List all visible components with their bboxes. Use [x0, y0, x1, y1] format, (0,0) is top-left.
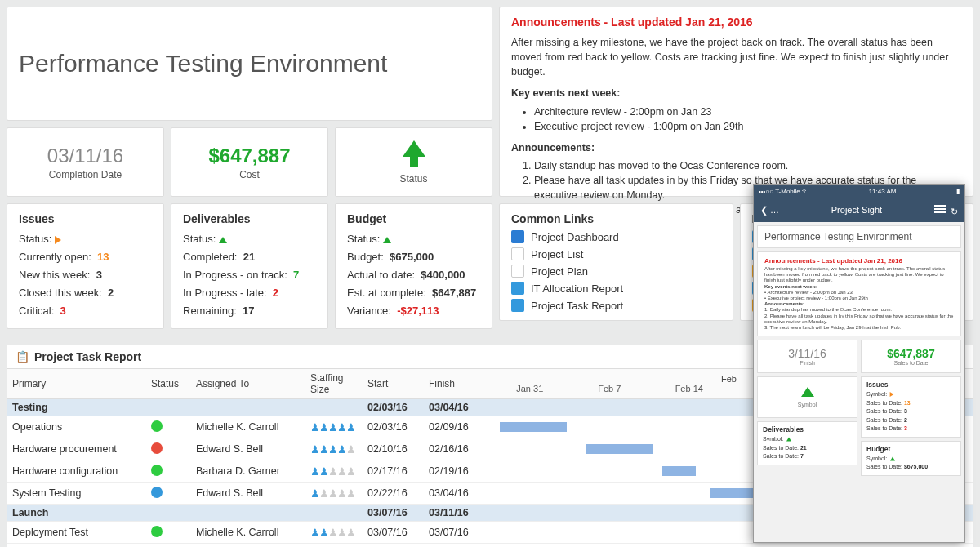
announcements-paragraph: After missing a key milestone, we have t…	[511, 37, 948, 78]
event-item: Architecture review - 2:00pm on Jan 23	[534, 105, 961, 119]
stat-row: In Progress - late: 2	[183, 284, 316, 302]
phone-stat-line: Sales to Date: $675,000	[866, 463, 956, 472]
budget-heading: Budget	[347, 212, 480, 225]
phone-stat-line: Sales to Date: 21	[763, 444, 852, 453]
link-item[interactable]: IT Allocation Report	[511, 282, 721, 295]
phone-kpi-date[interactable]: 3/11/16 Finish	[757, 340, 858, 373]
stat-row: Remaining: 17	[183, 302, 316, 320]
link-item[interactable]: Project Task Report	[511, 299, 721, 312]
timeline-date: Feb 14	[649, 384, 729, 394]
deliverables-card: Deliverables Status: Completed: 21In Pro…	[171, 203, 328, 329]
phone-kpi-status[interactable]: Symbol	[757, 376, 858, 418]
phone-body[interactable]: Performance Testing Environment Announce…	[754, 222, 964, 542]
col-finish[interactable]: Finish	[424, 369, 485, 399]
issues-heading: Issues	[19, 212, 152, 225]
arrow-up-icon	[403, 140, 425, 157]
phone-ann-header: Announcements - Last updated Jan 21, 201…	[764, 257, 954, 265]
arrow-up-icon	[219, 237, 227, 243]
deliverables-heading: Deliverables	[183, 212, 316, 225]
budget-card: Budget Status: Budget: $675,000Actual to…	[335, 203, 492, 329]
task-row[interactable]: Perf and Scalability Test03/08/1603/09/1…	[7, 544, 973, 548]
kpi-status[interactable]: Status	[335, 127, 492, 197]
phone-statusbar: •••○○ T-Mobile ᯤ 11:43 AM ▮	[754, 185, 964, 198]
phone-nav-title: Project Sight	[831, 205, 882, 215]
phone-navbar: ❮ … Project Sight ↻	[754, 198, 964, 222]
link-label: Project List	[531, 248, 583, 260]
status-dot-icon	[151, 442, 163, 454]
arrow-up-icon	[801, 387, 814, 397]
phone-title: Performance Testing Environment	[764, 231, 954, 242]
col-start[interactable]: Start	[363, 369, 424, 399]
link-item[interactable]: Project Dashboard	[511, 230, 721, 243]
phone-time: 11:43 AM	[869, 188, 897, 195]
status-dot-icon	[151, 420, 163, 432]
kpi-row: 03/11/16 Completion Date $647,887 Cost S…	[7, 127, 492, 197]
col-primary[interactable]: Primary	[7, 369, 146, 399]
events-heading: Key events next week:	[511, 86, 961, 100]
ann-heading: Announcements:	[511, 140, 961, 155]
link-label: Project Plan	[531, 265, 588, 278]
announcement-item: Daily standup has moved to the Ocas Conf…	[534, 158, 961, 173]
title-card: Performance Testing Environment	[7, 7, 492, 121]
phone-bottom-grid: Symbol Deliverables Symbol: Sales to Dat…	[757, 376, 961, 479]
col-status[interactable]: Status	[146, 369, 191, 399]
status-dot-icon	[151, 465, 163, 476]
phone-deliverables: Deliverables Symbol: Sales to Date: 21Sa…	[757, 421, 858, 465]
file-icon	[511, 265, 524, 278]
phone-kpi-row: 3/11/16 Finish $647,887 Sales to Date	[757, 340, 961, 373]
issues-status: Status:	[19, 230, 152, 248]
stat-row: Critical: 3	[19, 302, 152, 320]
phone-budget: Budget Symbol: Sales to Date: $675,000	[861, 441, 961, 476]
refresh-icon[interactable]: ↻	[951, 207, 958, 216]
phone-stat-line: Symbol:	[763, 435, 852, 444]
kpi-cost-value: $647,887	[208, 145, 290, 167]
menu-icon[interactable]	[934, 203, 946, 215]
file-icon	[511, 299, 524, 312]
common-links-list: Project DashboardProject ListProject Pla…	[511, 230, 721, 312]
link-item[interactable]: Project Plan	[511, 265, 721, 278]
status-dot-icon	[151, 487, 163, 498]
stat-row: Currently open: 13	[19, 248, 152, 266]
phone-kpi-cost[interactable]: $647,887 Sales to Date	[861, 340, 961, 373]
phone-title-card: Performance Testing Environment	[757, 225, 961, 248]
col-staffing[interactable]: Staffing Size	[305, 369, 363, 399]
kpi-cost[interactable]: $647,887 Cost	[171, 127, 328, 197]
stat-row: Closed this week: 2	[19, 284, 152, 302]
back-button[interactable]: ❮ …	[760, 205, 779, 216]
phone-issues: Issues Symbol: Sales to Date: 13Sales to…	[861, 376, 961, 438]
stat-row: New this week: 3	[19, 266, 152, 284]
link-label: Project Dashboard	[531, 231, 619, 243]
phone-ann-text: After missing a key milestone, we have t…	[764, 266, 954, 331]
arrow-up-icon	[383, 237, 391, 243]
phone-stat-line: Sales to Date: 2	[866, 416, 956, 425]
dashboard-page: Performance Testing Environment 03/11/16…	[0, 0, 980, 547]
stat-row: Variance: -$27,113	[347, 302, 480, 320]
stat-row: Completed: 21	[183, 248, 316, 266]
carrier-label: •••○○ T-Mobile	[759, 188, 800, 195]
report-icon: 📋	[16, 350, 29, 363]
metrics-row: Issues Status: Currently open: 13New thi…	[7, 203, 492, 329]
common-links-card: Common Links Project DashboardProject Li…	[499, 203, 733, 321]
file-icon	[511, 230, 524, 243]
page-title: Performance Testing Environment	[19, 50, 387, 78]
timeline-date: Feb 7	[570, 384, 650, 394]
stat-row: Est. at complete: $647,887	[347, 284, 480, 302]
common-links-heading: Common Links	[511, 212, 721, 225]
timeline-date: Jan 31	[490, 384, 570, 394]
status-dot-icon	[151, 526, 163, 537]
phone-stat-line: Symbol:	[866, 455, 956, 464]
stat-row: Actual to date: $400,000	[347, 266, 480, 284]
stat-row: Budget: $675,000	[347, 248, 480, 266]
wifi-icon: ᯤ	[802, 188, 808, 195]
file-icon	[511, 282, 524, 295]
event-item: Executive project review - 1:00pm on Jan…	[534, 119, 961, 134]
kpi-completion-date[interactable]: 03/11/16 Completion Date	[7, 127, 164, 197]
kpi-status-label: Status	[399, 173, 427, 185]
stat-row: In Progress - on track: 7	[183, 266, 316, 284]
link-item[interactable]: Project List	[511, 247, 721, 260]
announcements-header: Announcements - Last updated Jan 21, 201…	[511, 16, 961, 29]
events-list: Architecture review - 2:00pm on Jan 23Ex…	[534, 105, 961, 134]
col-assigned[interactable]: Assigned To	[191, 369, 305, 399]
phone-stat-line: Symbol:	[866, 390, 956, 399]
issues-card: Issues Status: Currently open: 13New thi…	[7, 203, 164, 329]
